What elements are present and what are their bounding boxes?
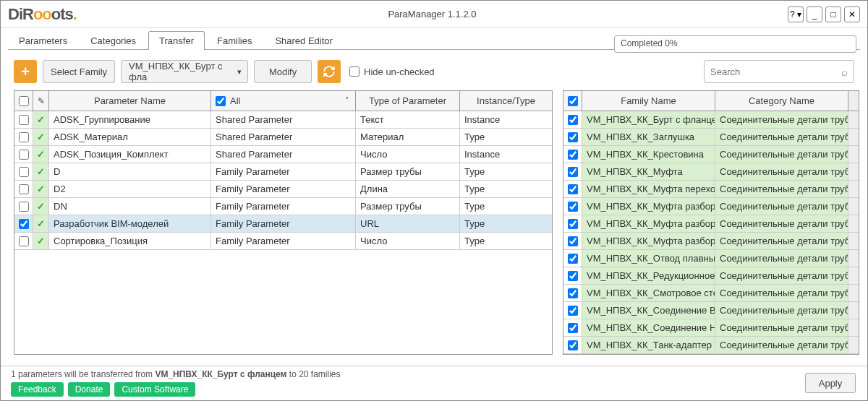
- row-checkbox[interactable]: [14, 181, 33, 197]
- tab-categories[interactable]: Categories: [80, 31, 147, 50]
- families-grid: Family Name Category Name VM_НПВХ_КК_Бур…: [563, 90, 859, 355]
- family-checkbox[interactable]: [563, 285, 582, 301]
- row-checkbox[interactable]: [14, 215, 33, 232]
- search-input[interactable]: [710, 66, 841, 77]
- parameter-name-cell: D2: [49, 181, 211, 197]
- category-name-cell: Соединительные детали трубопр: [715, 233, 848, 249]
- family-name-header[interactable]: Family Name: [582, 91, 715, 111]
- search-box[interactable]: ⌕: [704, 60, 854, 83]
- parameter-row[interactable]: ✓DFamily ParameterРазмер трубыType: [14, 163, 552, 181]
- parameter-row[interactable]: ✓ADSK_МатериалShared ParameterМатериалTy…: [14, 129, 552, 146]
- maximize-button[interactable]: □: [825, 7, 841, 22]
- family-row[interactable]: VM_НПВХ_КК_КрестовинаСоединительные дета…: [563, 146, 859, 163]
- instance-type-cell: Type: [460, 215, 552, 232]
- tab-parameters[interactable]: Parameters: [8, 31, 78, 50]
- select-all-families-header[interactable]: [563, 91, 582, 111]
- tab-shared-editor[interactable]: Shared Editor: [264, 31, 344, 50]
- parameter-row[interactable]: ✓Разработчик BIM-моделейFamily Parameter…: [14, 215, 552, 233]
- select-all-header[interactable]: [14, 91, 33, 111]
- row-checkbox[interactable]: [14, 129, 33, 145]
- family-row[interactable]: VM_НПВХ_КК_Танк-адаптерСоединительные де…: [563, 337, 859, 354]
- donate-button[interactable]: Donate: [68, 382, 111, 397]
- family-checkbox[interactable]: [563, 267, 582, 284]
- family-row[interactable]: VM_НПВХ_КК_ЗаглушкаСоединительные детали…: [563, 129, 859, 146]
- custom-software-button[interactable]: Custom Software: [114, 382, 195, 397]
- family-row[interactable]: VM_НПВХ_КК_Соединение НРСоединительные д…: [563, 319, 859, 337]
- apply-button[interactable]: Apply: [805, 373, 856, 393]
- category-name-cell: Соединительные детали трубопр: [715, 163, 848, 180]
- family-checkbox[interactable]: [563, 111, 582, 128]
- family-name-cell: VM_НПВХ_КК_Танк-адаптер: [582, 337, 715, 353]
- instance-type-cell: Type: [460, 181, 552, 197]
- parameter-row[interactable]: ✓Сортировка_ПозицияFamily ParameterЧисло…: [14, 233, 552, 250]
- parameter-row[interactable]: ✓ADSK_Позиция_КомплектShared ParameterЧи…: [14, 146, 552, 163]
- category-name-cell: Соединительные детали трубопр: [715, 181, 848, 197]
- family-row[interactable]: VM_НПВХ_КК_Смотровое стеклоСоединительны…: [563, 285, 859, 302]
- feedback-button[interactable]: Feedback: [11, 382, 64, 397]
- family-row[interactable]: VM_НПВХ_КК_Муфта разборная пСоединительн…: [563, 233, 859, 250]
- minimize-button[interactable]: _: [807, 7, 822, 22]
- scrollbar-track[interactable]: [848, 91, 859, 111]
- row-checkbox[interactable]: [14, 163, 33, 180]
- parameter-row[interactable]: ✓ADSK_ГруппированиеShared ParameterТекст…: [14, 111, 552, 129]
- family-name-cell: VM_НПВХ_КК_Крестовина: [582, 146, 715, 163]
- modify-button[interactable]: Modify: [254, 60, 312, 83]
- family-checkbox[interactable]: [563, 319, 582, 336]
- parameter-type-cell: Число: [356, 146, 460, 163]
- row-checkbox[interactable]: [14, 198, 33, 215]
- parameter-kind-cell: Family Parameter: [211, 233, 356, 249]
- tab-families[interactable]: Families: [206, 31, 263, 50]
- footer-status: 1 parameters will be transferred from VM…: [11, 369, 857, 379]
- row-checkbox[interactable]: [14, 111, 33, 128]
- row-checkbox[interactable]: [14, 233, 33, 249]
- all-filter-header[interactable]: All: [211, 91, 356, 111]
- tab-transfer[interactable]: Transfer: [148, 31, 205, 50]
- family-checkbox[interactable]: [563, 181, 582, 197]
- family-row[interactable]: VM_НПВХ_КК_Муфта переходнаяСоединительны…: [563, 181, 859, 198]
- family-checkbox[interactable]: [563, 198, 582, 215]
- family-row[interactable]: VM_НПВХ_КК_Муфта разборная пСоединительн…: [563, 215, 859, 233]
- help-button[interactable]: ? ▾: [788, 7, 804, 22]
- family-row[interactable]: VM_НПВХ_КК_Редукционное колСоединительны…: [563, 267, 859, 285]
- family-checkbox[interactable]: [563, 337, 582, 353]
- select-family-button[interactable]: Select Family: [43, 60, 115, 83]
- family-checkbox[interactable]: [563, 250, 582, 267]
- category-name-cell: Соединительные детали трубопр: [715, 146, 848, 163]
- check-icon: ✓: [33, 129, 49, 145]
- family-row[interactable]: VM_НПВХ_КК_Отвод плавныйСоединительные д…: [563, 250, 859, 267]
- family-checkbox[interactable]: [563, 146, 582, 163]
- instance-type-cell: Type: [460, 233, 552, 249]
- category-name-header[interactable]: Category Name: [715, 91, 848, 111]
- parameter-name-cell: Сортировка_Позиция: [49, 233, 211, 249]
- instance-type-header[interactable]: Instance/Type: [460, 91, 552, 111]
- hide-unchecked-checkbox[interactable]: [349, 66, 359, 77]
- close-button[interactable]: ✕: [844, 7, 860, 22]
- family-dropdown[interactable]: VM_НПВХ_КК_Бурт с фла: [121, 60, 248, 83]
- family-checkbox[interactable]: [563, 163, 582, 180]
- family-name-cell: VM_НПВХ_КК_Отвод плавный: [582, 250, 715, 267]
- row-checkbox[interactable]: [14, 146, 33, 163]
- add-button[interactable]: +: [14, 60, 37, 83]
- family-checkbox[interactable]: [563, 233, 582, 249]
- refresh-button[interactable]: [318, 60, 341, 83]
- family-checkbox[interactable]: [563, 302, 582, 319]
- instance-type-cell: Type: [460, 198, 552, 215]
- family-row[interactable]: VM_НПВХ_КК_Бурт с фланцемСоединительные …: [563, 111, 859, 129]
- parameter-row[interactable]: ✓DNFamily ParameterРазмер трубыType: [14, 198, 552, 215]
- parameter-type-cell: Текст: [356, 111, 460, 128]
- check-icon: ✓: [33, 233, 49, 249]
- parameter-type-cell: Число: [356, 233, 460, 249]
- hide-unchecked-toggle[interactable]: Hide un-checked: [349, 66, 435, 77]
- family-name-cell: VM_НПВХ_КК_Заглушка: [582, 129, 715, 145]
- family-name-cell: VM_НПВХ_КК_Муфта разборная: [582, 198, 715, 215]
- family-row[interactable]: VM_НПВХ_КК_Соединение ВРСоединительные д…: [563, 302, 859, 319]
- parameter-row[interactable]: ✓D2Family ParameterДлинаType: [14, 181, 552, 198]
- category-name-cell: Соединительные детали трубопр: [715, 215, 848, 232]
- parameter-name-header[interactable]: Parameter Name: [49, 91, 211, 111]
- family-row[interactable]: VM_НПВХ_КК_Муфта разборнаяСоединительные…: [563, 198, 859, 215]
- parameter-kind-cell: Family Parameter: [211, 215, 356, 232]
- family-row[interactable]: VM_НПВХ_КК_МуфтаСоединительные детали тр…: [563, 163, 859, 181]
- family-checkbox[interactable]: [563, 215, 582, 232]
- type-of-parameter-header[interactable]: Type of Parameter: [356, 91, 460, 111]
- family-checkbox[interactable]: [563, 129, 582, 145]
